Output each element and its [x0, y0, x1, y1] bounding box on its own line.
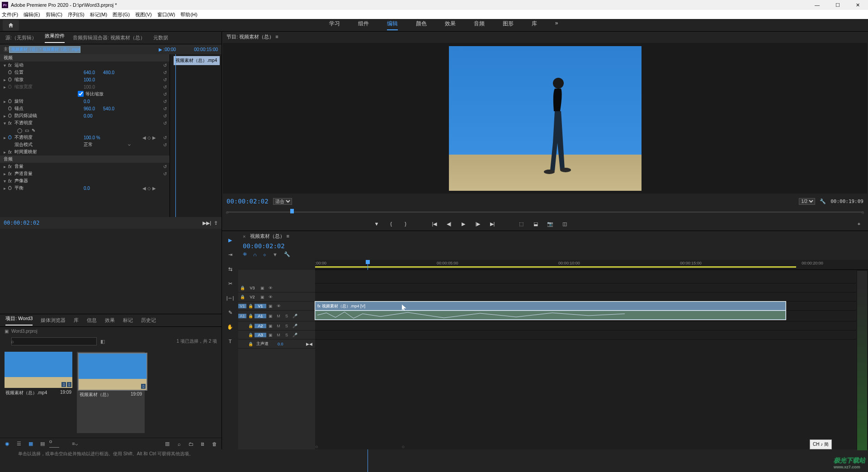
- menu-markers[interactable]: 标记(M): [90, 11, 108, 18]
- ec-playhead[interactable]: [175, 54, 176, 217]
- ec-loop-icon[interactable]: ▶▶|: [203, 220, 211, 226]
- workspace-audio[interactable]: 音频: [474, 20, 485, 30]
- toggle-output-icon[interactable]: ▣: [266, 314, 274, 318]
- track-a2[interactable]: A2: [255, 324, 266, 328]
- ime-indicator[interactable]: CH ♪ 简: [810, 439, 832, 449]
- ec-anchor-x[interactable]: 960.0: [84, 106, 95, 111]
- mask-rect-icon[interactable]: ▭: [25, 128, 29, 133]
- maximize-button[interactable]: ☐: [827, 0, 848, 10]
- mark-in-button[interactable]: {: [387, 219, 396, 228]
- new-bin-icon[interactable]: 🗀: [187, 440, 194, 448]
- resolution-dropdown[interactable]: 1/2: [799, 198, 815, 205]
- list-view-icon[interactable]: ☰: [15, 440, 23, 448]
- close-button[interactable]: ✕: [848, 0, 868, 10]
- toggle-sync-icon[interactable]: 👁: [266, 295, 274, 299]
- ec-motion[interactable]: 运动: [14, 62, 24, 68]
- tab-audio-clip-mixer[interactable]: 音频剪辑混合器: 视频素材（总）: [73, 34, 145, 41]
- reset-icon[interactable]: ↺: [163, 142, 167, 147]
- reset-icon[interactable]: ↺: [163, 106, 167, 111]
- tab-info[interactable]: 信息: [87, 317, 97, 324]
- lock-icon[interactable]: 🔒: [246, 342, 255, 346]
- play-button[interactable]: ▶: [459, 219, 468, 228]
- reset-icon[interactable]: ↺: [163, 164, 167, 169]
- reset-icon[interactable]: ↺: [163, 77, 167, 82]
- go-to-in-button[interactable]: |◀: [430, 219, 439, 228]
- menu-view[interactable]: 视图(V): [135, 11, 152, 18]
- tab-effect-controls[interactable]: 效果控件: [45, 33, 65, 43]
- new-item-icon[interactable]: 🗎: [199, 440, 206, 448]
- timeline-track-area[interactable]: fx 视频素材（总）.mp4 [V] ○: [315, 270, 856, 449]
- filter-icon[interactable]: ◧: [100, 339, 105, 345]
- menu-graphics[interactable]: 图形(G): [113, 11, 130, 18]
- work-area-bar[interactable]: [315, 266, 796, 268]
- lift-button[interactable]: ⬚: [517, 219, 526, 228]
- timeline-zoom-scrollbar[interactable]: ○ ○: [315, 444, 856, 448]
- workspace-libraries[interactable]: 库: [532, 20, 537, 30]
- home-button[interactable]: [3, 20, 19, 31]
- step-back-button[interactable]: ◀|: [444, 219, 453, 228]
- toggle-sync-icon[interactable]: 👁: [266, 286, 274, 290]
- reset-icon[interactable]: ↺: [163, 92, 167, 97]
- reset-icon[interactable]: ↺: [163, 171, 167, 176]
- lock-icon[interactable]: 🔒: [246, 304, 255, 308]
- ec-rotation-val[interactable]: 0.0: [84, 99, 90, 104]
- tab-effects[interactable]: 效果: [105, 317, 115, 324]
- ec-export-icon[interactable]: ⇪: [214, 220, 218, 226]
- find-icon[interactable]: ⌕: [175, 440, 183, 448]
- timeline-timecode[interactable]: 00:00:02:02: [243, 242, 285, 250]
- mark-out-button[interactable]: }: [401, 219, 410, 228]
- icon-view-icon[interactable]: ▦: [27, 440, 34, 448]
- snap-icon[interactable]: ⁜: [243, 251, 247, 257]
- ec-time-remap[interactable]: 时间重映射: [14, 149, 37, 155]
- comparison-button[interactable]: ◫: [560, 219, 569, 228]
- track-select-tool[interactable]: ⇥: [226, 250, 235, 259]
- menu-sequence[interactable]: 序列(S): [68, 11, 85, 18]
- tab-source[interactable]: 源:（无剪辑）: [5, 34, 37, 41]
- tab-markers[interactable]: 标记: [123, 317, 133, 324]
- sequence-name[interactable]: 视频素材（总） ≡: [250, 233, 289, 240]
- master-track[interactable]: 主声道: [256, 341, 269, 347]
- step-forward-button[interactable]: |▶: [473, 219, 482, 228]
- ec-timeline-clip[interactable]: 视频素材（总）.mp4: [174, 56, 220, 65]
- timeline-ruler[interactable]: :00:00 00:00:05:00 00:00:10:00 00:00:15:…: [315, 260, 868, 270]
- toggle-output-icon[interactable]: ▣: [266, 304, 274, 308]
- toggle-output-icon[interactable]: ▣: [258, 295, 266, 299]
- menu-edit[interactable]: 编辑(E): [24, 11, 40, 18]
- add-marker-button[interactable]: ▼: [372, 219, 381, 228]
- voice-icon[interactable]: 🎤: [291, 314, 299, 318]
- reset-icon[interactable]: ↺: [163, 85, 167, 90]
- ec-volume[interactable]: 音量: [14, 163, 24, 170]
- pen-tool[interactable]: ✎: [226, 308, 235, 317]
- workspace-graphics[interactable]: 图形: [503, 20, 514, 30]
- ec-balance-val[interactable]: 0.0: [84, 186, 90, 191]
- ec-uniform-scale-checkbox[interactable]: [78, 91, 84, 97]
- minimize-button[interactable]: —: [807, 0, 827, 10]
- slip-tool[interactable]: |↔|: [226, 293, 235, 302]
- workspace-effects[interactable]: 效果: [445, 20, 456, 30]
- solo-icon[interactable]: S: [283, 314, 291, 318]
- marker-icon[interactable]: ⟐: [263, 252, 266, 257]
- source-patch-a1[interactable]: A1: [238, 314, 246, 318]
- menu-window[interactable]: 窗口(W): [157, 11, 175, 18]
- workspace-color[interactable]: 颜色: [416, 20, 427, 30]
- track-v2[interactable]: V2: [246, 295, 258, 299]
- project-item[interactable]: ▯ 视频素材（总）19:09: [77, 352, 145, 433]
- track-v3[interactable]: V3: [246, 286, 258, 290]
- mute-icon[interactable]: M: [274, 314, 283, 318]
- reset-icon[interactable]: ↺: [163, 99, 167, 104]
- ec-flicker-val[interactable]: 0.00: [84, 113, 92, 118]
- hand-tool[interactable]: ✋: [226, 322, 235, 331]
- tab-project[interactable]: 项目: Word3: [5, 315, 33, 326]
- lock-icon[interactable]: 🔒: [246, 333, 255, 337]
- program-scrubber[interactable]: ○ ○: [226, 208, 863, 217]
- search-input[interactable]: [11, 337, 97, 345]
- reset-icon[interactable]: ↺: [163, 113, 167, 118]
- workspace-overflow[interactable]: »: [555, 20, 558, 30]
- audio-clip[interactable]: [315, 311, 786, 320]
- lock-icon[interactable]: 🔒: [246, 324, 255, 328]
- track-a3[interactable]: A3: [255, 333, 266, 337]
- ec-blend-val[interactable]: 正常: [84, 142, 93, 148]
- type-tool[interactable]: T: [226, 337, 235, 346]
- go-to-out-button[interactable]: ▶|: [488, 219, 497, 228]
- track-a1[interactable]: A1: [255, 314, 266, 318]
